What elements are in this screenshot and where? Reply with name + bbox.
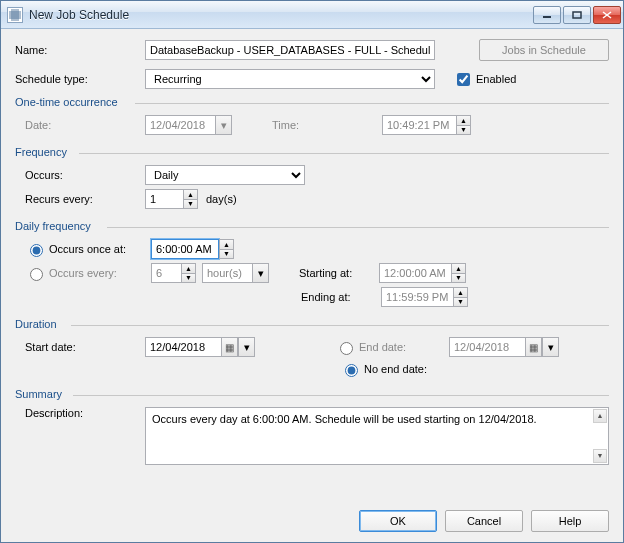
onetime-time-input (382, 115, 456, 135)
app-icon (7, 7, 23, 23)
calendar-icon[interactable]: ▦ (221, 337, 238, 357)
enabled-checkbox[interactable] (457, 73, 470, 86)
occurs-every-unit-select (202, 263, 252, 283)
end-date-radio[interactable] (340, 342, 353, 355)
spin-up-icon: ▲ (452, 264, 465, 273)
onetime-date-input (145, 115, 215, 135)
description-text: Occurs every day at 6:00:00 AM. Schedule… (152, 413, 537, 425)
ending-at-label: Ending at: (301, 291, 381, 303)
frequency-legend: Frequency (15, 146, 71, 158)
occurs-once-time-input[interactable] (151, 239, 219, 259)
spin-up-icon: ▲ (454, 288, 467, 297)
chevron-down-icon: ▾ (542, 337, 559, 357)
scroll-up-icon[interactable]: ▲ (593, 409, 607, 423)
name-label: Name: (15, 44, 145, 56)
no-end-date-radio[interactable] (345, 364, 358, 377)
recurs-every-input[interactable] (145, 189, 183, 209)
cancel-button[interactable]: Cancel (445, 510, 523, 532)
onetime-date-label: Date: (25, 119, 145, 131)
chevron-down-icon: ▾ (252, 263, 269, 283)
spin-up-icon: ▲ (182, 264, 195, 273)
starting-at-label: Starting at: (299, 267, 379, 279)
close-button[interactable] (593, 6, 621, 24)
end-date-label: End date: (359, 341, 449, 353)
occurs-label: Occurs: (25, 169, 145, 181)
help-button[interactable]: Help (531, 510, 609, 532)
description-textarea[interactable]: Occurs every day at 6:00:00 AM. Schedule… (145, 407, 609, 465)
spin-up-icon: ▲ (457, 116, 470, 125)
spin-down-icon: ▼ (457, 125, 470, 135)
ending-at-input (381, 287, 453, 307)
onetime-legend: One-time occurrence (15, 96, 122, 108)
schedule-type-label: Schedule type: (15, 73, 145, 85)
occurs-once-label: Occurs once at: (49, 243, 151, 255)
enabled-label: Enabled (476, 73, 516, 85)
chevron-down-icon[interactable]: ▾ (238, 337, 255, 357)
occurs-every-value-input (151, 263, 181, 283)
daily-legend: Daily frequency (15, 220, 95, 232)
start-date-input[interactable] (145, 337, 221, 357)
spin-up-icon[interactable]: ▲ (184, 190, 197, 199)
occurs-select[interactable]: Daily (145, 165, 305, 185)
spin-down-icon[interactable]: ▼ (220, 249, 233, 259)
onetime-time-label: Time: (272, 119, 342, 131)
svg-rect-0 (9, 9, 21, 21)
occurs-every-radio[interactable] (30, 268, 43, 281)
titlebar[interactable]: New Job Schedule (1, 1, 623, 29)
window: New Job Schedule Name: Jobs in Schedule … (0, 0, 624, 543)
spin-down-icon: ▼ (454, 297, 467, 307)
window-title: New Job Schedule (29, 8, 533, 22)
minimize-button[interactable] (533, 6, 561, 24)
start-date-label: Start date: (25, 341, 145, 353)
summary-legend: Summary (15, 388, 66, 400)
spin-down-icon[interactable]: ▼ (184, 199, 197, 209)
occurs-once-radio[interactable] (30, 244, 43, 257)
recurs-label: Recurs every: (25, 193, 145, 205)
scroll-down-icon[interactable]: ▼ (593, 449, 607, 463)
schedule-type-select[interactable]: Recurring (145, 69, 435, 89)
spin-down-icon: ▼ (182, 273, 195, 283)
spin-up-icon[interactable]: ▲ (220, 240, 233, 249)
chevron-down-icon: ▾ (215, 115, 232, 135)
spin-down-icon: ▼ (452, 273, 465, 283)
starting-at-input (379, 263, 451, 283)
description-label: Description: (25, 407, 145, 419)
ok-button[interactable]: OK (359, 510, 437, 532)
calendar-icon: ▦ (525, 337, 542, 357)
jobs-in-schedule-button[interactable]: Jobs in Schedule (479, 39, 609, 61)
svg-rect-2 (573, 12, 581, 18)
no-end-date-label: No end date: (364, 363, 427, 375)
end-date-input (449, 337, 525, 357)
duration-legend: Duration (15, 318, 61, 330)
name-input[interactable] (145, 40, 435, 60)
maximize-button[interactable] (563, 6, 591, 24)
recurs-unit-label: day(s) (206, 193, 237, 205)
occurs-every-label: Occurs every: (49, 267, 151, 279)
